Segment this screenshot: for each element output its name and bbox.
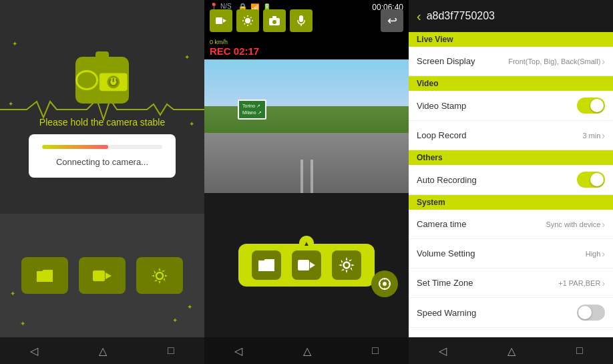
panel2-header: 📍 N/S 🔒 📶 🔋 00:06:40	[204, 0, 409, 37]
toggle-on[interactable]	[577, 172, 605, 188]
toggle-on[interactable]	[577, 98, 605, 114]
location-btn[interactable]	[371, 270, 398, 297]
settings-item[interactable]: Screen DisplayFront(Top, Big), Back(Smal…	[409, 47, 613, 76]
panel-connect: Please hold the camera stable Connecting…	[0, 0, 204, 364]
video-icon-btn[interactable]	[79, 257, 126, 294]
settings-item-right[interactable]: Sync with device›	[546, 219, 605, 230]
svg-rect-18	[272, 16, 276, 19]
road-center-line	[300, 160, 303, 193]
connecting-text: Connecting to camera...	[42, 157, 162, 167]
settings-item-right[interactable]: Front(Top, Big), Back(Small)›	[508, 56, 605, 67]
settings-value-text: High	[586, 250, 601, 258]
control-bar-container: ▲	[238, 244, 375, 287]
device-id-text: a8d3f7750203	[427, 10, 495, 22]
photo-btn[interactable]	[263, 9, 286, 32]
settings-item-right[interactable]	[577, 98, 605, 114]
svg-marker-4	[106, 272, 112, 279]
svg-rect-20	[299, 15, 303, 22]
section-header-3: System	[409, 195, 613, 210]
settings-item[interactable]: GsensorOpen · Low sensitivity›	[409, 328, 613, 337]
location-svg	[378, 277, 391, 291]
mic-btn[interactable]	[290, 9, 313, 32]
settings-item-label: Volume Setting	[417, 248, 475, 258]
svg-point-24	[344, 262, 350, 268]
toggle-off[interactable]	[577, 305, 605, 321]
cam-switch-btn[interactable]	[210, 9, 232, 32]
return-btn[interactable]: ↩	[381, 9, 403, 32]
folder-ctrl-btn[interactable]	[252, 250, 281, 280]
panel2-bottom: ▲	[204, 193, 409, 337]
gear-svg	[150, 266, 169, 285]
gear-ctrl-btn[interactable]	[332, 250, 361, 280]
settings-item-label: Camera time	[417, 219, 466, 229]
home-nav-icon-2[interactable]: △	[303, 345, 311, 357]
camera-bump	[95, 51, 109, 58]
sparkle-icon: ✦	[184, 53, 190, 61]
folder-svg	[35, 268, 54, 283]
chevron-icon: ›	[602, 278, 605, 289]
road: Torino ↗Milano ↗	[204, 133, 409, 193]
panel3-header: ‹ a8d3f7750203	[409, 0, 613, 32]
chevron-icon: ›	[602, 219, 605, 230]
back-arrow-icon[interactable]: ‹	[417, 9, 421, 24]
nav-bar-2: ◁ △ □	[204, 337, 409, 364]
svg-point-5	[156, 272, 163, 279]
recent-nav-icon[interactable]: □	[168, 345, 174, 357]
cam-switch-svg	[215, 16, 227, 25]
settings-item-label: Auto Recording	[417, 175, 477, 185]
settings-item[interactable]: Loop Record3 min›	[409, 121, 613, 150]
nav-bar-1: ◁ △ □	[0, 337, 204, 364]
section-header-1: Video	[409, 76, 613, 91]
recent-nav-icon-3[interactable]: □	[576, 345, 583, 357]
back-nav-icon-3[interactable]: ◁	[439, 345, 447, 357]
panel-settings: ‹ a8d3f7750203 Live ViewScreen DisplayFr…	[409, 0, 613, 364]
connecting-dialog: Connecting to camera...	[29, 134, 176, 178]
settings-item[interactable]: Volume SettingHigh›	[409, 239, 613, 268]
settings-item-right[interactable]: 3 min›	[582, 130, 605, 141]
speed-rec-area: 0 km/h REC 02:17	[204, 37, 409, 59]
settings-item-right[interactable]: +1 PAR,BER›	[558, 278, 605, 289]
highway-sign: Torino ↗Milano ↗	[238, 100, 266, 120]
svg-line-16	[244, 23, 246, 25]
chevron-icon: ›	[602, 130, 605, 141]
mic-svg	[296, 15, 306, 27]
rec-timer: REC 02:17	[210, 45, 403, 57]
panel1-top: Please hold the camera stable Connecting…	[0, 0, 204, 214]
settings-item: Speed Warning	[409, 298, 613, 328]
svg-marker-23	[310, 262, 315, 268]
brightness-btn[interactable]	[236, 9, 259, 32]
collapse-btn[interactable]: ▲	[299, 236, 314, 250]
sparkle-icon: ✦	[12, 40, 17, 47]
section-header-2: Others	[409, 150, 613, 165]
sky	[204, 59, 409, 106]
back-nav-icon[interactable]: ◁	[30, 345, 38, 357]
settings-item: Auto Recording	[409, 165, 613, 195]
back-nav-icon-2[interactable]: ◁	[234, 345, 242, 357]
svg-point-8	[245, 18, 250, 23]
progress-bar-bg	[42, 145, 162, 149]
settings-item-right[interactable]	[577, 172, 605, 188]
folder-icon-btn[interactable]	[21, 257, 68, 294]
sparkle-icon: ✦	[8, 100, 13, 108]
settings-value-text: 3 min	[582, 132, 600, 140]
hills	[204, 106, 409, 133]
settings-item-label: Speed Warning	[417, 308, 476, 318]
settings-item-right[interactable]: High›	[586, 248, 605, 259]
sparkle-icon: ✦	[187, 303, 192, 311]
svg-rect-3	[93, 270, 105, 281]
home-nav-icon-3[interactable]: △	[507, 345, 516, 357]
brightness-svg	[242, 15, 254, 27]
gear-icon-btn[interactable]	[136, 257, 183, 294]
camera-svg	[98, 67, 129, 93]
recent-nav-icon-2[interactable]: □	[372, 345, 379, 357]
status-text: Please hold the camera stable	[39, 117, 165, 128]
section-header-0: Live View	[409, 32, 613, 47]
settings-item[interactable]: Camera timeSync with device›	[409, 210, 613, 239]
svg-point-26	[383, 282, 387, 286]
toolbar-row	[204, 7, 318, 35]
settings-item-right[interactable]	[577, 305, 605, 321]
settings-item[interactable]: Set Time Zone+1 PAR,BER›	[409, 268, 613, 298]
settings-list: Live ViewScreen DisplayFront(Top, Big), …	[409, 32, 613, 337]
home-nav-icon[interactable]: △	[99, 345, 107, 357]
video-ctrl-btn[interactable]	[292, 250, 321, 280]
